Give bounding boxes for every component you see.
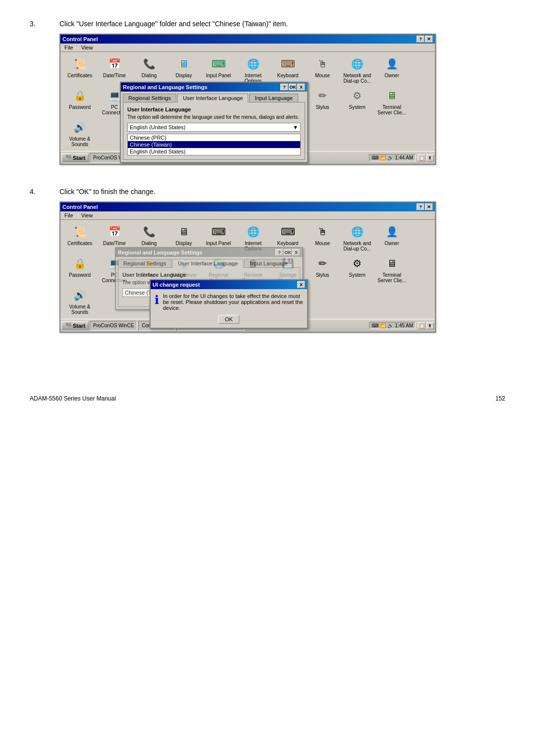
tray-btn-3[interactable]: 📋 (418, 322, 426, 329)
mouse-icon-2: 🖱 (315, 224, 330, 240)
tray-icon-3: ⌨ (372, 323, 378, 328)
taskbar-proconos-2[interactable]: ProConOS WinCE (90, 321, 137, 331)
tab-regional-settings-2[interactable]: Regional Settings (118, 259, 171, 267)
menu-view-1[interactable]: View (79, 44, 95, 51)
dropdown-item-english-us[interactable]: English (United States) (128, 148, 300, 155)
dropdown-item-chinese-taiwan[interactable]: Chinese (Taiwan) (128, 141, 300, 148)
cp-label-terminal: Terminal Server Clie... (376, 104, 407, 115)
dialog-close-btn-2[interactable]: X (292, 249, 300, 256)
step-3-text: Click "User Interface Language" folder a… (59, 20, 505, 28)
dialog-close-btn-1[interactable]: X (297, 84, 305, 91)
dropdown-lang-1[interactable]: English (United States) ▼ (127, 123, 301, 132)
cp-menubar-1: File View (60, 44, 435, 52)
display-icon: 🖥 (176, 56, 192, 72)
cp-icon-display[interactable]: 🖥 Display (166, 54, 201, 86)
cp-label-mouse-2: Mouse (315, 241, 330, 246)
dialog-titlebar-1: Regional and Language Settings ? OK X (121, 83, 307, 92)
cp-icon-internet[interactable]: 🌐 Internet Options (236, 54, 270, 86)
step-3-content: Click "User Interface Language" folder a… (59, 20, 505, 168)
tab-user-interface-lang-1[interactable]: User Interface Language (177, 94, 248, 102)
start-button-1[interactable]: 🏁 Start (61, 153, 89, 162)
cp-label-volume: Volume & Sounds (64, 136, 95, 147)
help-btn-2[interactable]: ? (417, 203, 425, 210)
cp-icon-terminal[interactable]: 🖥 Terminal Server Clie... (374, 86, 409, 117)
volume-icon-2: 🔊 (72, 287, 88, 303)
cp-icon-input[interactable]: ⌨ Input Panel (201, 54, 236, 86)
tray-btn-1[interactable]: 📋 (418, 154, 426, 161)
tray-btn-4[interactable]: ⬆ (426, 322, 434, 329)
certificates-icon: 📜 (72, 56, 88, 72)
taskbar-right-2: ⌨ 📶 🔊 1:45 AM 📋 ⬆ (369, 322, 434, 329)
step-4-number: 4. (30, 188, 50, 336)
change-request-titlebar-buttons: X (297, 281, 305, 288)
change-request-close-btn[interactable]: X (297, 281, 305, 288)
dialog-ok-btn-1[interactable]: OK (289, 84, 297, 91)
cp-icon-dialing[interactable]: 📞 Dialing (132, 54, 166, 86)
cp-icon-certificates-2[interactable]: 📜 Certificates (62, 222, 97, 253)
volume-icon: 🔊 (72, 119, 88, 135)
internet-icon-2: 🌐 (245, 224, 261, 240)
screenshot-2-window: Control Panel ? ✕ File View 📜 (59, 202, 436, 333)
step-3-number: 3. (30, 20, 50, 168)
menu-file-2[interactable]: File (62, 212, 75, 219)
certificates-icon-2: 📜 (72, 224, 88, 240)
cp-icon-system-2[interactable]: ⚙ System (340, 253, 374, 285)
keyboard-icon: ⌨ (280, 56, 296, 72)
footer-center: 152 (495, 395, 505, 402)
tray-btn-2[interactable]: ⬆ (426, 154, 434, 161)
dropdown-list-1: Chinese (PRC) Chinese (Taiwan) English (… (127, 134, 301, 155)
cp-icon-volume-2[interactable]: 🔊 Volume & Sounds (62, 285, 97, 317)
close-btn-1[interactable]: ✕ (425, 36, 433, 43)
network-icon-2: 🌐 (349, 224, 365, 240)
start-button-2[interactable]: 🏁 Start (61, 321, 89, 330)
password-icon: 🔒 (72, 88, 88, 103)
tray-buttons-1: 📋 ⬆ (418, 154, 434, 161)
menu-view-2[interactable]: View (79, 212, 95, 219)
close-btn-2[interactable]: ✕ (425, 203, 433, 210)
tray-icon-5: 🔊 (387, 323, 393, 328)
dialog-tab-content-1: User Interface Language The option will … (123, 102, 305, 160)
cp-icon-password-2[interactable]: 🔒 Password (62, 253, 97, 285)
dialog-ok-btn-2[interactable]: OK (284, 249, 292, 256)
info-icon: ℹ (155, 293, 159, 307)
cp-icon-owner[interactable]: 👤 Owner (374, 54, 409, 86)
cp-label-system: System (349, 104, 365, 110)
tray-icon-1: ⌨ (372, 155, 378, 160)
page-footer: ADAM-5560 Series User Manual 152 (0, 385, 535, 412)
cp-label-terminal-2: Terminal Server Clie... (376, 272, 407, 283)
cp-icon-stylus[interactable]: ✏ Stylus (305, 86, 340, 117)
cp-icon-keyboard[interactable]: ⌨ Keyboard (270, 54, 305, 86)
display-icon-2: 🖥 (176, 224, 192, 240)
menu-file-1[interactable]: File (62, 44, 75, 51)
cp-label-owner: Owner (384, 73, 399, 78)
tab-user-interface-lang-2[interactable]: User Interface Language (172, 259, 243, 268)
cp-icon-system[interactable]: ⚙ System (340, 86, 374, 117)
cp-icon-certificates[interactable]: 📜 Certificates (62, 54, 97, 86)
tab-regional-settings-1[interactable]: Regional Settings (123, 94, 176, 102)
tab-input-language-1[interactable]: Input Language (249, 94, 298, 102)
dialog-tabs-1: Regional Settings User Interface Languag… (123, 94, 305, 102)
dialog-help-btn-2[interactable]: ? (275, 249, 283, 256)
help-btn-1[interactable]: ? (417, 36, 425, 43)
dropdown-arrow-1: ▼ (293, 124, 298, 130)
cp-icon-mouse-2[interactable]: 🖱 Mouse (305, 222, 340, 253)
dropdown-item-chinese-prc[interactable]: Chinese (PRC) (128, 134, 300, 141)
cp-icon-network[interactable]: 🌐 Network and Dial-up Co... (340, 54, 374, 86)
cp-icon-datetime[interactable]: 📅 Date/Time (97, 54, 132, 86)
cp-label-dialing-2: Dialing (142, 241, 157, 246)
tab-input-language-2[interactable]: Input Language (244, 259, 293, 267)
cp-icon-network-2[interactable]: 🌐 Network and Dial-up Co... (340, 222, 374, 253)
sys-tray-2: ⌨ 📶 🔊 1:45 AM (369, 322, 416, 329)
cp-icon-password[interactable]: 🔒 Password (62, 86, 97, 117)
system-icon-2: ⚙ (349, 255, 365, 271)
step-3: 3. Click "User Interface Language" folde… (30, 20, 505, 168)
cp-icon-terminal-2[interactable]: 🖥 Terminal Server Clie... (374, 253, 409, 285)
cp-icon-owner-2[interactable]: 👤 Owner (374, 222, 409, 253)
tray-time-1: 1:44 AM (395, 155, 413, 160)
step-4-content: Click "OK" to finish the change. Control… (59, 188, 505, 336)
cp-icon-mouse[interactable]: 🖱 Mouse (305, 54, 340, 86)
change-request-ok-button[interactable]: OK (218, 315, 239, 324)
cp-icon-volume[interactable]: 🔊 Volume & Sounds (62, 117, 97, 149)
cp-icon-stylus-2[interactable]: ✏ Stylus (305, 253, 340, 285)
dialog-help-btn-1[interactable]: ? (280, 84, 288, 91)
